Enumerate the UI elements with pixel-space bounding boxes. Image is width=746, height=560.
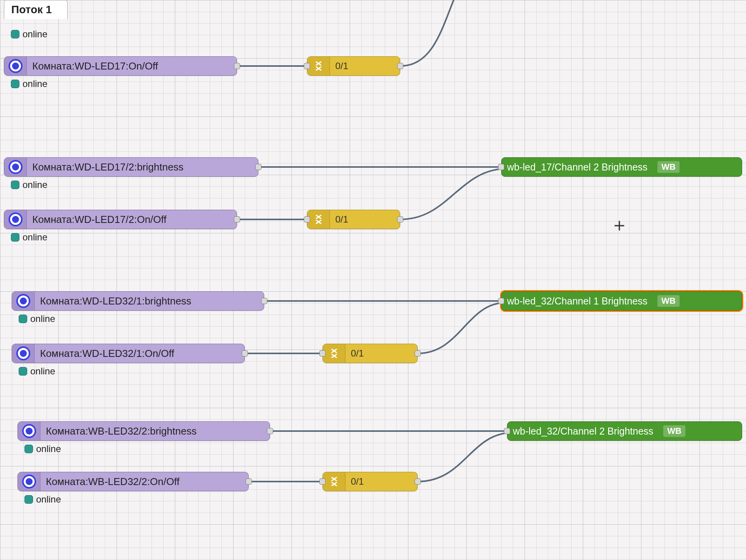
homekit-icon (22, 424, 36, 438)
node-icon-cell (4, 57, 27, 75)
node-output-port[interactable] (415, 478, 421, 485)
node-input-port[interactable] (304, 216, 310, 223)
status-text: online (36, 494, 61, 505)
switch-node-1[interactable]: 0/1 (307, 56, 400, 76)
flow-tab-label: Поток 1 (11, 3, 52, 16)
node-output-port[interactable] (267, 428, 273, 434)
node-status: online (19, 366, 55, 377)
node-status: online (11, 232, 47, 243)
wb-output-node-led17-ch2[interactable]: wb-led_17/Channel 2 Brightness WB (501, 157, 742, 177)
wb-output-node-led32-ch2[interactable]: wb-led_32/Channel 2 Brightness WB (507, 421, 742, 441)
node-output-port[interactable] (397, 216, 403, 223)
node-icon-cell (12, 292, 35, 310)
node-icon-cell (12, 344, 35, 363)
node-label: Комната:WD-LED17:On/Off (27, 60, 165, 72)
entity-node-led32-1-onoff[interactable]: Комната:WD-LED32/1:On/Off (12, 344, 245, 363)
node-label: wb-led_17/Channel 2 Brightness (502, 162, 654, 173)
status-text: online (23, 232, 47, 243)
node-output-port[interactable] (255, 164, 261, 170)
switch-icon (313, 61, 324, 71)
status-dot-icon (11, 181, 19, 189)
status-dot-icon (11, 80, 19, 88)
homekit-icon (9, 212, 23, 226)
entity-node-led32-2-brightness[interactable]: Комната:WB-LED32/2:brightness (17, 421, 270, 441)
node-icon-cell (4, 210, 27, 229)
node-status: online (24, 443, 61, 454)
node-input-port[interactable] (319, 478, 326, 485)
entity-node-led17-2-brightness[interactable]: Комната:WD-LED17/2:brightness (4, 157, 258, 177)
switch-node-7[interactable]: 0/1 (322, 472, 418, 491)
entity-node-led17-onoff[interactable]: Комната:WD-LED17:On/Off (4, 56, 237, 76)
node-label: Комната:WB-LED32/2:brightness (40, 425, 204, 437)
homekit-icon (9, 160, 23, 174)
entity-node-led32-1-brightness[interactable]: Комната:WD-LED32/1:brightness (12, 291, 264, 311)
status-text: online (23, 78, 47, 89)
node-icon-cell (307, 210, 330, 229)
node-status: online (19, 313, 55, 324)
node-status: online (24, 494, 61, 505)
homekit-icon (16, 346, 30, 360)
status-dot-icon (19, 315, 27, 323)
node-label: 0/1 (330, 61, 355, 71)
status-text: online (36, 443, 61, 454)
status-dot-icon (11, 233, 19, 242)
node-output-port[interactable] (397, 63, 403, 69)
node-icon-cell (323, 344, 345, 363)
status-text: online (30, 366, 55, 377)
node-input-port[interactable] (504, 428, 510, 434)
canvas-plus-icon: ＋ (610, 216, 629, 234)
node-icon-cell (18, 472, 40, 491)
flow-canvas[interactable]: Поток 1 online Комната:WD-LED1 (0, 0, 746, 560)
status-text: online (23, 29, 47, 40)
node-label: Комната:WB-LED32/2:On/Off (40, 476, 186, 488)
node-status: online (11, 179, 47, 190)
node-badge: WB (663, 425, 685, 437)
homekit-icon (9, 59, 23, 73)
node-input-port[interactable] (319, 350, 326, 357)
node-input-port[interactable] (498, 298, 504, 304)
homekit-icon (16, 294, 30, 308)
status-dot-icon (24, 445, 33, 453)
switch-icon (329, 476, 340, 487)
homekit-icon (22, 475, 36, 489)
node-output-port[interactable] (234, 63, 240, 69)
status-dot-icon (24, 495, 33, 504)
status-dot-icon (19, 367, 27, 376)
node-icon-cell (18, 422, 40, 440)
entity-node-led17-2-onoff[interactable]: Комната:WD-LED17/2:On/Off (4, 210, 237, 229)
node-badge: WB (657, 295, 680, 307)
status-dot-icon (11, 30, 19, 38)
node-input-port[interactable] (304, 63, 310, 69)
node-input-port[interactable] (498, 164, 504, 170)
node-icon-cell (4, 158, 27, 176)
entity-node-led32-2-onoff[interactable]: Комната:WB-LED32/2:On/Off (17, 472, 249, 491)
node-label: Комната:WD-LED17/2:brightness (27, 161, 190, 173)
node-badge: WB (657, 161, 680, 173)
node-label: Комната:WD-LED17/2:On/Off (27, 214, 174, 226)
node-output-port[interactable] (246, 478, 252, 485)
node-output-port[interactable] (261, 298, 267, 304)
switch-icon (329, 348, 340, 359)
status-text: online (30, 313, 55, 324)
node-icon-cell (323, 472, 345, 491)
node-label: 0/1 (345, 348, 371, 359)
node-label: wb-led_32/Channel 1 Brightness (502, 296, 654, 307)
node-label: Комната:WD-LED32/1:brightness (35, 295, 198, 307)
node-label: 0/1 (330, 214, 355, 225)
node-output-port[interactable] (242, 350, 248, 357)
flow-tab[interactable]: Поток 1 (4, 0, 68, 19)
switch-node-3[interactable]: 0/1 (307, 210, 400, 229)
node-label: wb-led_32/Channel 2 Brightness (507, 426, 660, 437)
node-output-port[interactable] (234, 216, 240, 223)
wb-output-node-led32-ch1[interactable]: wb-led_32/Channel 1 Brightness WB (501, 291, 742, 311)
node-label: 0/1 (345, 476, 371, 487)
node-icon-cell (307, 57, 330, 75)
status-text: online (23, 179, 47, 190)
switch-node-5[interactable]: 0/1 (322, 344, 418, 363)
node-status: online (11, 29, 47, 40)
node-status: online (11, 78, 47, 89)
node-output-port[interactable] (415, 350, 421, 357)
switch-icon (313, 214, 324, 225)
node-label: Комната:WD-LED32/1:On/Off (35, 348, 181, 360)
